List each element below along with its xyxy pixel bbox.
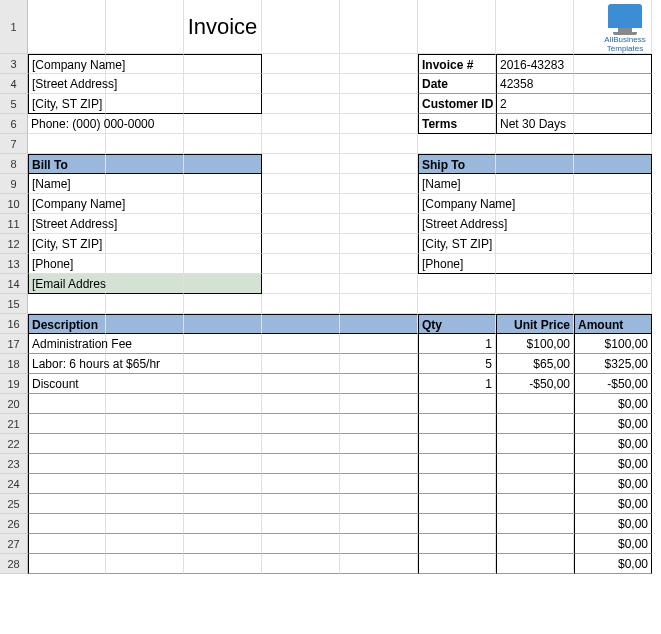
line-unit[interactable]	[496, 534, 574, 554]
row-header[interactable]: 25	[0, 494, 28, 514]
row-header[interactable]: 7	[0, 134, 28, 154]
billto-email[interactable]: [Email Address]	[28, 274, 106, 294]
company-name[interactable]: [Company Name]	[28, 54, 106, 74]
line-desc[interactable]	[28, 454, 106, 474]
billto-phone[interactable]: [Phone]	[28, 254, 106, 274]
line-qty[interactable]	[418, 534, 496, 554]
row-header[interactable]: 16	[0, 314, 28, 334]
row-header[interactable]: 11	[0, 214, 28, 234]
spreadsheet-grid[interactable]: 1 Invoice 3 [Company Name] Invoice # 201…	[0, 0, 661, 574]
line-qty[interactable]	[418, 474, 496, 494]
line-qty[interactable]	[418, 414, 496, 434]
row-header[interactable]: 3	[0, 54, 28, 74]
billto-name[interactable]: [Name]	[28, 174, 106, 194]
line-unit[interactable]	[496, 414, 574, 434]
billto-company[interactable]: [Company Name]	[28, 194, 106, 214]
line-desc[interactable]	[28, 474, 106, 494]
col-description[interactable]: Description	[28, 314, 106, 334]
line-qty[interactable]: 1	[418, 334, 496, 354]
line-amount[interactable]: $0,00	[574, 454, 652, 474]
line-amount[interactable]: $0,00	[574, 434, 652, 454]
row-header[interactable]: 13	[0, 254, 28, 274]
line-desc[interactable]: Administration Fee	[28, 334, 106, 354]
line-qty[interactable]	[418, 514, 496, 534]
company-street[interactable]: [Street Address]	[28, 74, 106, 94]
company-citystzip[interactable]: [City, ST ZIP]	[28, 94, 106, 114]
shipto-citystzip[interactable]: [City, ST ZIP]	[418, 234, 496, 254]
shipto-header[interactable]: Ship To	[418, 154, 496, 174]
line-unit[interactable]	[496, 474, 574, 494]
row-header[interactable]: 15	[0, 294, 28, 314]
line-qty[interactable]: 5	[418, 354, 496, 374]
row-header[interactable]: 24	[0, 474, 28, 494]
meta-terms-value[interactable]: Net 30 Days	[496, 114, 574, 134]
line-amount[interactable]: $100,00	[574, 334, 652, 354]
col-unit[interactable]: Unit Price	[496, 314, 574, 334]
line-unit[interactable]: -$50,00	[496, 374, 574, 394]
meta-date-label[interactable]: Date	[418, 74, 496, 94]
shipto-name[interactable]: [Name]	[418, 174, 496, 194]
col-amount[interactable]: Amount	[574, 314, 652, 334]
row-header[interactable]: 22	[0, 434, 28, 454]
row-header[interactable]: 14	[0, 274, 28, 294]
line-qty[interactable]	[418, 554, 496, 574]
line-unit[interactable]	[496, 454, 574, 474]
row-header[interactable]: 20	[0, 394, 28, 414]
line-amount[interactable]: -$50,00	[574, 374, 652, 394]
company-phone[interactable]: Phone: (000) 000-0000	[28, 114, 106, 134]
row-header[interactable]: 9	[0, 174, 28, 194]
row-header[interactable]: 8	[0, 154, 28, 174]
col-qty[interactable]: Qty	[418, 314, 496, 334]
line-desc[interactable]	[28, 414, 106, 434]
line-qty[interactable]	[418, 434, 496, 454]
line-unit[interactable]: $100,00	[496, 334, 574, 354]
row-header[interactable]: 17	[0, 334, 28, 354]
line-amount[interactable]: $0,00	[574, 414, 652, 434]
row-header[interactable]: 19	[0, 374, 28, 394]
row-header[interactable]: 12	[0, 234, 28, 254]
line-qty[interactable]	[418, 494, 496, 514]
row-header[interactable]: 6	[0, 114, 28, 134]
line-qty[interactable]: 1	[418, 374, 496, 394]
invoice-title[interactable]: Invoice	[184, 0, 262, 54]
meta-cust-value[interactable]: 2	[496, 94, 574, 114]
row-header[interactable]: 26	[0, 514, 28, 534]
line-unit[interactable]	[496, 494, 574, 514]
line-amount[interactable]: $325,00	[574, 354, 652, 374]
shipto-company[interactable]: [Company Name]	[418, 194, 496, 214]
meta-invoice-value[interactable]: 2016-43283	[496, 54, 574, 74]
line-unit[interactable]	[496, 514, 574, 534]
line-unit[interactable]	[496, 434, 574, 454]
line-qty[interactable]	[418, 454, 496, 474]
row-header[interactable]: 1	[0, 0, 28, 54]
meta-cust-label[interactable]: Customer ID	[418, 94, 496, 114]
line-amount[interactable]: $0,00	[574, 534, 652, 554]
line-unit[interactable]: $65,00	[496, 354, 574, 374]
line-desc[interactable]	[28, 494, 106, 514]
meta-terms-label[interactable]: Terms	[418, 114, 496, 134]
line-amount[interactable]: $0,00	[574, 514, 652, 534]
row-header[interactable]: 10	[0, 194, 28, 214]
shipto-street[interactable]: [Street Address]	[418, 214, 496, 234]
line-desc[interactable]	[28, 434, 106, 454]
meta-date-value[interactable]: 42358	[496, 74, 574, 94]
line-amount[interactable]: $0,00	[574, 554, 652, 574]
billto-header[interactable]: Bill To	[28, 154, 106, 174]
row-header[interactable]: 5	[0, 94, 28, 114]
line-unit[interactable]	[496, 394, 574, 414]
line-desc[interactable]: Discount	[28, 374, 106, 394]
line-amount[interactable]: $0,00	[574, 394, 652, 414]
row-header[interactable]: 23	[0, 454, 28, 474]
line-desc[interactable]	[28, 514, 106, 534]
line-unit[interactable]	[496, 554, 574, 574]
line-amount[interactable]: $0,00	[574, 474, 652, 494]
line-desc[interactable]	[28, 394, 106, 414]
row-header[interactable]: 21	[0, 414, 28, 434]
row-header[interactable]: 4	[0, 74, 28, 94]
line-desc[interactable]	[28, 554, 106, 574]
line-amount[interactable]: $0,00	[574, 494, 652, 514]
row-header[interactable]: 27	[0, 534, 28, 554]
line-desc[interactable]: Labor: 6 hours at $65/hr	[28, 354, 106, 374]
billto-street[interactable]: [Street Address]	[28, 214, 106, 234]
meta-invoice-label[interactable]: Invoice #	[418, 54, 496, 74]
